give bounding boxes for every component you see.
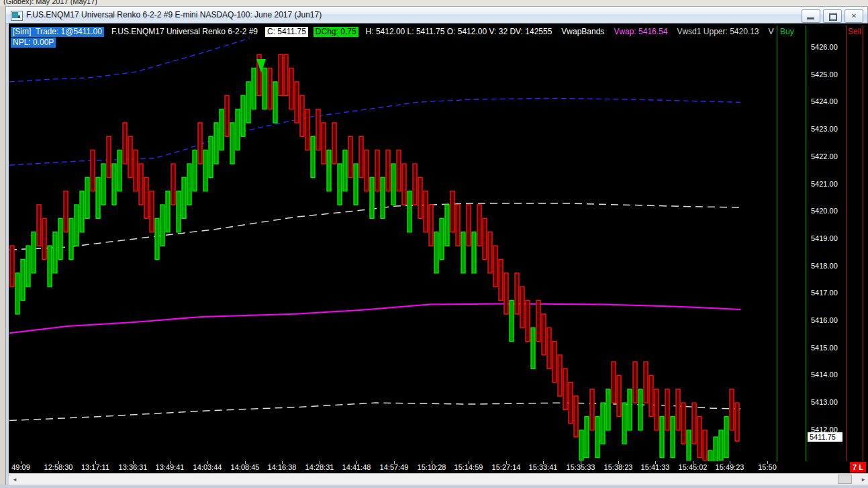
renko-bar bbox=[166, 191, 170, 232]
buy-column-label[interactable]: Buy bbox=[780, 27, 794, 36]
renko-bar bbox=[440, 218, 444, 259]
renko-bar bbox=[348, 136, 352, 177]
renko-bar bbox=[128, 136, 132, 177]
renko-bar bbox=[375, 150, 379, 191]
scroll-left-arrow-icon[interactable]: ◂ bbox=[10, 475, 19, 484]
renko-bar bbox=[171, 164, 175, 205]
renko-bar bbox=[402, 164, 406, 205]
renko-bar bbox=[177, 191, 181, 232]
vwsd1-upper-label: Vwsd1 Upper: 5420.13 bbox=[675, 27, 761, 37]
renko-bar bbox=[58, 218, 62, 259]
renko-bar bbox=[354, 164, 358, 205]
renko-bar bbox=[225, 95, 229, 136]
renko-bar bbox=[117, 150, 122, 191]
renko-bar bbox=[510, 301, 514, 342]
renko-bar bbox=[649, 375, 653, 416]
renko-bar bbox=[48, 246, 52, 287]
renko-bar bbox=[665, 389, 669, 430]
renko-bar bbox=[638, 389, 642, 430]
renko-bar bbox=[26, 246, 30, 287]
vwsd1-lower-label: Vwsd1 Lower: 5412.94 bbox=[767, 27, 774, 37]
time-axis-label: 12:58:30 bbox=[44, 463, 73, 471]
renko-bar bbox=[21, 259, 25, 300]
renko-bar bbox=[552, 342, 557, 383]
renko-bar bbox=[316, 109, 320, 150]
renko-bar bbox=[332, 123, 336, 164]
renko-bar bbox=[193, 150, 197, 191]
renko-bar bbox=[160, 205, 164, 246]
renko-bar bbox=[144, 177, 148, 218]
renko-bar bbox=[595, 417, 599, 458]
renko-bar bbox=[305, 109, 309, 150]
time-axis-label: 15:45:02 bbox=[679, 463, 708, 471]
price-axis-label: 5415.00 bbox=[811, 344, 838, 352]
renko-bar bbox=[327, 150, 331, 191]
price-axis-label: 5416.00 bbox=[811, 316, 838, 324]
renko-bar bbox=[617, 375, 621, 416]
renko-bar bbox=[370, 177, 374, 218]
time-axis-label: 49:09 bbox=[11, 463, 30, 471]
renko-bar bbox=[230, 123, 234, 164]
position-badge: 7 L bbox=[850, 462, 866, 473]
renko-bar bbox=[697, 417, 702, 458]
renko-bar bbox=[467, 205, 471, 246]
sell-column-label[interactable]: Sell bbox=[848, 27, 861, 36]
time-axis-label: 14:08:45 bbox=[231, 463, 260, 471]
chart-status-bar: [Sim] Trade: 1@5411.00 F.US.ENQM17 Unive… bbox=[11, 26, 774, 37]
horizontal-scrollbar[interactable]: ◂ ▸ bbox=[9, 473, 868, 485]
renko-bar bbox=[456, 205, 460, 246]
renko-bar bbox=[32, 232, 36, 273]
renko-bar bbox=[343, 150, 347, 191]
vwap-line bbox=[9, 303, 740, 333]
price-axis-label: 5423.00 bbox=[811, 125, 838, 133]
renko-bar bbox=[246, 82, 250, 123]
renko-bar bbox=[558, 355, 562, 396]
renko-bar bbox=[730, 389, 734, 430]
time-axis-label: 15:33:41 bbox=[529, 463, 558, 471]
time-axis-label: 13:36:31 bbox=[119, 463, 148, 471]
renko-bar bbox=[187, 164, 191, 205]
renko-bar bbox=[671, 417, 675, 458]
renko-bar bbox=[289, 68, 293, 109]
renko-bar bbox=[273, 82, 277, 123]
renko-bar bbox=[735, 403, 739, 441]
renko-bar bbox=[284, 54, 288, 95]
renko-bar bbox=[660, 417, 664, 458]
renko-bar bbox=[644, 362, 648, 403]
renko-bar bbox=[413, 164, 417, 205]
renko-bar bbox=[75, 205, 79, 246]
renko-bar bbox=[493, 246, 497, 287]
renko-bar bbox=[407, 191, 412, 232]
price-axis-label: 5420.00 bbox=[811, 207, 838, 215]
time-axis-label: 14:57:49 bbox=[380, 463, 409, 471]
renko-bar bbox=[112, 164, 116, 205]
renko-bar bbox=[424, 191, 428, 232]
price-axis-label: 5422.00 bbox=[811, 152, 838, 160]
renko-bar bbox=[429, 205, 433, 246]
renko-bar bbox=[563, 369, 567, 409]
renko-bar bbox=[714, 437, 718, 462]
price-axis-label: 5421.00 bbox=[811, 180, 838, 188]
renko-bar bbox=[612, 362, 616, 403]
renko-bar bbox=[203, 150, 207, 191]
price-axis-label: 5425.00 bbox=[811, 70, 838, 79]
renko-bar bbox=[182, 177, 186, 218]
renko-chart[interactable] bbox=[0, 0, 868, 488]
renko-bar bbox=[579, 430, 583, 460]
renko-bar bbox=[42, 218, 46, 259]
sim-trade-chip: [Sim] Trade: 1@5411.00 bbox=[11, 27, 104, 37]
scrollbar-thumb[interactable] bbox=[838, 475, 852, 484]
renko-bar bbox=[703, 430, 707, 460]
time-axis-label: 13:49:41 bbox=[156, 463, 185, 471]
renko-bar bbox=[64, 191, 68, 232]
renko-bar bbox=[606, 389, 610, 430]
renko-bar bbox=[547, 328, 551, 369]
renko-bar bbox=[526, 301, 530, 342]
time-axis-label: 15:38:23 bbox=[604, 463, 633, 471]
scroll-right-arrow-icon[interactable]: ▸ bbox=[859, 475, 868, 484]
renko-bar bbox=[155, 218, 159, 259]
npl-row: NPL: 0.00P bbox=[11, 38, 56, 48]
renko-bar bbox=[450, 191, 454, 232]
renko-bar bbox=[381, 177, 385, 218]
renko-bar bbox=[295, 82, 299, 123]
